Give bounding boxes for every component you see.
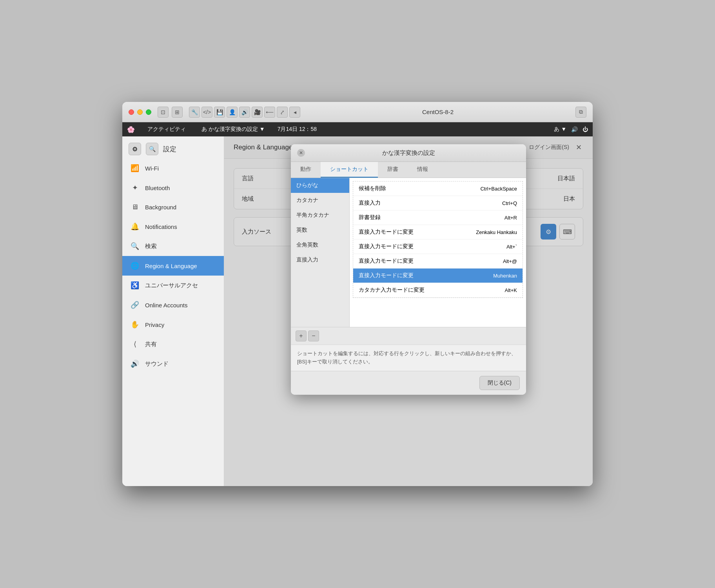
sidebar-icon-wifi: 📶	[130, 164, 140, 172]
sidebar-icon-region: 🌐	[130, 261, 140, 270]
main-panel: Region & Language ログイン画面(S) ✕ 言語 日本語 地域 …	[224, 136, 593, 486]
minimize-button[interactable]	[137, 109, 143, 115]
dialog-left-panel: ひらがな カタカナ 半角カタカナ 英数 全角英数 直接入力	[291, 178, 350, 327]
shortcut-key-6: Muhenkan	[493, 273, 517, 279]
sidebar-label-universal: ユニバーサルアクセ	[145, 282, 198, 289]
sidebar-item-online[interactable]: 🔗 Online Accounts	[122, 295, 224, 315]
sidebar-item-search[interactable]: 🔍 検索	[122, 236, 224, 256]
left-item-eisu[interactable]: 英数	[291, 223, 349, 238]
activity-menu[interactable]: アクティビティ	[144, 124, 189, 134]
mac-window: ⊡ ⊞ 🔧 </> 💾 👤 🔊 🎥 ⟵ ⤤ ◂ CentOS-8-2 ⧉ 🌸 ア…	[122, 102, 593, 486]
add-shortcut-btn[interactable]: +	[296, 330, 307, 341]
dialog-close-button[interactable]: 閉じる(C)	[479, 376, 520, 390]
remove-shortcut-btn[interactable]: −	[308, 330, 319, 341]
shortcut-row-2[interactable]: 辞書登録 Alt+R	[353, 211, 523, 225]
shortcut-key-0: Ctrl+BackSpace	[480, 186, 517, 192]
dialog-body: ひらがな カタカナ 半角カタカナ 英数 全角英数 直接入力 候補を削除	[291, 178, 526, 327]
sidebar-icon-sound: 🔊	[130, 359, 140, 368]
dialog-add-remove: + −	[291, 327, 526, 345]
sound-icon[interactable]: 🔊	[571, 126, 578, 132]
sidebar-search-btn[interactable]: 🔍	[146, 143, 158, 155]
dialog-close-btn[interactable]: ✕	[297, 149, 305, 157]
sidebar-label-search: 検索	[145, 243, 157, 250]
left-item-hiragana[interactable]: ひらがな	[291, 178, 349, 193]
sidebar-item-privacy[interactable]: ✋ Privacy	[122, 315, 224, 334]
dialog-titlebar: ✕ かな漢字変換の設定	[291, 144, 526, 162]
sidebar-label-region: Region & Language	[145, 263, 197, 269]
fullscreen-button[interactable]	[146, 109, 151, 115]
sidebar-icon-share: ⟨	[130, 340, 140, 348]
nav-btn-2[interactable]: </>	[201, 107, 212, 118]
shortcut-key-5: Alt+@	[503, 258, 517, 264]
shortcuts-container: 候補を削除 Ctrl+BackSpace 直接入力 Ctrl+Q 辞書登録 Al…	[353, 181, 523, 298]
shortcut-label-3: 直接入力モードに変更	[359, 229, 414, 236]
sidebar-item-region[interactable]: 🌐 Region & Language	[122, 256, 224, 276]
close-button[interactable]	[129, 109, 134, 115]
shortcut-row-1[interactable]: 直接入力 Ctrl+Q	[353, 196, 523, 211]
shortcut-label-6: 直接入力モードに変更	[359, 272, 414, 279]
ime-status[interactable]: あ ▼	[554, 126, 566, 133]
sidebar-icon-universal: ♿	[130, 281, 140, 290]
nav-btn-1[interactable]: 🔧	[189, 107, 200, 118]
sidebar-item-share[interactable]: ⟨ 共有	[122, 334, 224, 354]
shortcut-label-7: カタカナ入力モードに変更	[359, 287, 425, 294]
sidebar-item-universal[interactable]: ♿ ユニバーサルアクセ	[122, 276, 224, 295]
tab-behavior[interactable]: 動作	[291, 162, 321, 178]
nav-btn-4[interactable]: 👤	[227, 107, 238, 118]
sidebar-item-notifications[interactable]: 🔔 Notifications	[122, 217, 224, 236]
sidebar-item-sound[interactable]: 🔊 サウンド	[122, 354, 224, 374]
titlebar: ⊡ ⊞ 🔧 </> 💾 👤 🔊 🎥 ⟵ ⤤ ◂ CentOS-8-2 ⧉	[122, 102, 593, 122]
nav-btn-8[interactable]: ⤤	[277, 107, 288, 118]
nav-btn-3[interactable]: 💾	[214, 107, 225, 118]
sidebar-item-wifi[interactable]: 📶 Wi-Fi	[122, 158, 224, 178]
titlebar-right-btn[interactable]: ⧉	[575, 107, 586, 118]
sidebar-item-background[interactable]: 🖥 Background	[122, 198, 224, 217]
sidebar-gear-btn[interactable]: ⚙	[129, 143, 141, 155]
shortcut-row-7[interactable]: カタカナ入力モードに変更 Alt+K	[353, 283, 523, 298]
sidebar-icon-background: 🖥	[130, 203, 140, 211]
shortcut-row-3[interactable]: 直接入力モードに変更 Zenkaku Hankaku	[353, 225, 523, 240]
shortcut-row-6[interactable]: 直接入力モードに変更 Muhenkan	[353, 269, 523, 283]
sidebar-item-bluetooth[interactable]: ✦ Bluetooth	[122, 178, 224, 198]
screenshot-btn[interactable]: ⊞	[172, 107, 183, 118]
shortcut-key-7: Alt+K	[505, 287, 517, 293]
sidebar-label-sound: サウンド	[145, 360, 169, 368]
dialog-tabs: 動作 ショートカット 辞書 情報	[291, 162, 526, 178]
sidebar-toggle-btn[interactable]: ⊡	[158, 107, 169, 118]
dialog-footer: 閉じる(C)	[291, 371, 526, 395]
nav-btn-7[interactable]: ⟵	[264, 107, 275, 118]
shortcut-label-2: 辞書登録	[359, 214, 381, 221]
shortcut-label-4: 直接入力モードに変更	[359, 243, 414, 250]
shortcut-key-1: Ctrl+Q	[502, 200, 517, 206]
shortcut-row-0[interactable]: 候補を削除 Ctrl+BackSpace	[353, 181, 523, 196]
power-icon[interactable]: ⏻	[583, 126, 588, 132]
traffic-lights	[129, 109, 151, 115]
tab-dictionary[interactable]: 辞書	[378, 162, 408, 178]
shortcut-row-5[interactable]: 直接入力モードに変更 Alt+@	[353, 254, 523, 269]
tab-info[interactable]: 情報	[408, 162, 437, 178]
dialog-right-panel: 候補を削除 Ctrl+BackSpace 直接入力 Ctrl+Q 辞書登録 Al…	[350, 178, 526, 327]
tab-shortcut[interactable]: ショートカット	[321, 162, 378, 178]
dialog-help-text: ショートカットを編集するには、対応する行をクリックし、新しいキーの組み合わせを押…	[291, 345, 526, 371]
sidebar-label-share: 共有	[145, 341, 157, 348]
nav-btn-9[interactable]: ◂	[289, 107, 300, 118]
left-item-zenkaku[interactable]: 全角英数	[291, 238, 349, 252]
sidebar-label-notifications: Notifications	[145, 223, 177, 230]
sidebar-icon-online: 🔗	[130, 301, 140, 309]
sidebar-items-container: 📶 Wi-Fi ✦ Bluetooth 🖥 Background 🔔 Notif…	[122, 158, 224, 374]
app-body: ⚙ 🔍 設定 📶 Wi-Fi ✦ Bluetooth 🖥 Background …	[122, 136, 593, 486]
shortcut-label-5: 直接入力モードに変更	[359, 258, 414, 265]
app-logo: 🌸	[127, 126, 135, 133]
nav-btn-6[interactable]: 🎥	[252, 107, 263, 118]
left-item-hankaku[interactable]: 半角カタカナ	[291, 208, 349, 223]
nav-btn-5[interactable]: 🔊	[239, 107, 250, 118]
sidebar-icon-privacy: ✋	[130, 320, 140, 329]
dialog-overlay: ✕ かな漢字変換の設定 動作 ショートカット 辞書 情報	[224, 136, 593, 486]
shortcut-row-4[interactable]: 直接入力モードに変更 Alt+`	[353, 240, 523, 254]
left-item-direct[interactable]: 直接入力	[291, 252, 349, 267]
sidebar-label-wifi: Wi-Fi	[145, 165, 159, 172]
left-item-katakana[interactable]: カタカナ	[291, 193, 349, 208]
window-title: CentOS-8-2	[300, 109, 575, 115]
menubar-right: あ ▼ 🔊 ⏻	[554, 126, 588, 133]
kana-menu[interactable]: あ かな漢字変換の設定 ▼	[198, 124, 268, 134]
